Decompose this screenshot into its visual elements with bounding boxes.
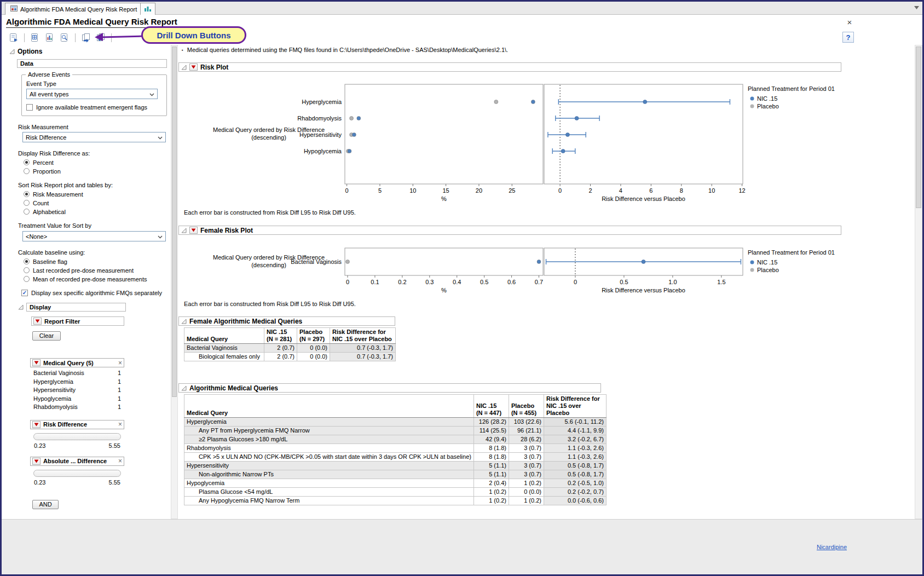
filter-item[interactable]: Hyperglycemia1: [31, 378, 123, 387]
tab-report[interactable]: Algorithmic FDA Medical Query Risk Repor…: [5, 3, 142, 15]
filter-close-icon[interactable]: ×: [118, 457, 122, 465]
radio-option[interactable]: Percent: [24, 158, 171, 166]
dataset-link[interactable]: Nicardipine: [817, 544, 847, 550]
data-section-header[interactable]: Data: [17, 59, 167, 68]
tab-chart[interactable]: [140, 3, 155, 15]
and-button[interactable]: AND: [32, 500, 59, 509]
radio-option[interactable]: Risk Measurement: [24, 190, 171, 198]
radio-button[interactable]: [24, 267, 30, 273]
filter-close-icon[interactable]: ×: [118, 421, 122, 428]
help-button[interactable]: ?: [842, 32, 854, 43]
clear-button[interactable]: Clear: [32, 331, 61, 341]
data-point[interactable]: [537, 260, 541, 264]
disclosure-triangle-icon[interactable]: [181, 319, 187, 324]
data-point[interactable]: [561, 149, 565, 153]
red-triangle-menu-icon[interactable]: [32, 421, 41, 428]
script-icon[interactable]: [58, 32, 71, 44]
filter-header[interactable]: Risk Difference×: [30, 420, 124, 429]
category-label: Hypoglycemia: [304, 148, 342, 154]
filter-close-icon[interactable]: ×: [118, 359, 122, 367]
filter-header[interactable]: Absolute ... Difference×: [30, 457, 124, 466]
red-triangle-menu-icon[interactable]: [189, 227, 198, 234]
disclosure-triangle-icon[interactable]: [181, 385, 187, 391]
data-point[interactable]: [345, 260, 349, 264]
table-row[interactable]: Rhabdomyolysis8 (1.8)3 (0.7)1.1 (-0.3, 2…: [184, 444, 607, 453]
scrollbar-thumb[interactable]: [172, 47, 177, 397]
table-row[interactable]: Biological females only2 (0.7)0 (0.0)0.7…: [184, 353, 396, 361]
range-slider-track[interactable]: [33, 433, 121, 440]
disclosure-triangle-icon[interactable]: [9, 49, 15, 54]
red-triangle-menu-icon[interactable]: [33, 318, 42, 325]
sidebar-vertical-scrollbar[interactable]: [171, 45, 178, 519]
disclosure-triangle-icon[interactable]: [181, 228, 187, 233]
radio-button[interactable]: [24, 191, 30, 197]
report-filter-header[interactable]: Report Filter: [31, 316, 124, 326]
table-row[interactable]: Hypersensitivity5 (1.1)3 (0.7)0.5 (-0.8,…: [184, 462, 607, 470]
table-row[interactable]: Any PT from Hyperglycemia FMQ Narrow114 …: [184, 427, 607, 435]
table-row[interactable]: Any Hypoglycemia FMQ Narrow Term1 (0.2)1…: [184, 497, 607, 505]
close-icon[interactable]: ×: [845, 17, 854, 27]
radio-option[interactable]: Count: [24, 199, 171, 207]
filter-item-label: Bacterial Vaginosis: [33, 370, 84, 378]
filter-item[interactable]: Hypersensitivity1: [31, 387, 123, 395]
drill-down-icon-1[interactable]: [79, 32, 93, 44]
filter-item[interactable]: Bacterial Vaginosis1: [31, 370, 123, 378]
filter-header[interactable]: Medical Query (5)×: [30, 358, 124, 367]
red-triangle-menu-icon[interactable]: [189, 64, 198, 71]
sex-specific-checkbox[interactable]: ✓: [21, 290, 28, 296]
radio-option[interactable]: Mean of recorded pre-dose measurements: [24, 275, 171, 283]
data-point[interactable]: [531, 100, 535, 104]
table-row[interactable]: CPK >5 x ULN AND NO (CPK-MB/CPK >0.05 wi…: [184, 453, 607, 462]
table-row[interactable]: Plasma Glucose <54 mg/dL1 (0.2)0 (0.0)0.…: [184, 488, 607, 497]
radio-button[interactable]: [24, 168, 30, 174]
radio-option[interactable]: Baseline flag: [24, 257, 171, 266]
range-slider-track[interactable]: [33, 470, 121, 477]
display-section-header[interactable]: Display: [26, 303, 126, 312]
radio-option[interactable]: Alphabetical: [24, 208, 171, 216]
radio-button[interactable]: [24, 276, 30, 282]
data-point[interactable]: [357, 117, 361, 120]
scrollbar-thumb[interactable]: [916, 47, 921, 208]
radio-option[interactable]: Last recorded pre-dose measurement: [24, 266, 171, 274]
data-table-icon[interactable]: [43, 32, 56, 44]
data-point[interactable]: [352, 133, 356, 137]
table-row[interactable]: Hyperglycemia126 (28.2)103 (22.6)5.6 (-0…: [184, 418, 607, 427]
table-row[interactable]: ≥2 Plasma Glucoses >180 mg/dL42 (9.4)28 …: [184, 435, 607, 444]
data-point[interactable]: [642, 260, 645, 264]
table-row[interactable]: Hypoglycemia2 (0.4)1 (0.2)0.2 (-0.5, 1.0…: [184, 479, 607, 488]
main-vertical-scrollbar[interactable]: [915, 45, 922, 519]
risk-plot-chart[interactable]: Medical Query ordered by Risk Difference…: [178, 80, 846, 208]
value-cell: 103 (22.6): [509, 418, 544, 427]
red-triangle-menu-icon[interactable]: [32, 359, 41, 366]
ignore-flags-option[interactable]: Ignore available treatment emergent flag…: [26, 104, 162, 111]
disclosure-triangle-icon[interactable]: [18, 304, 24, 310]
table-row[interactable]: Non-algorithmic Narrow PTs5 (1.1)3 (0.7)…: [184, 470, 607, 479]
bar-chart-icon: [144, 5, 152, 13]
data-point[interactable]: [565, 133, 569, 137]
treatment-sort-dropdown[interactable]: <None>: [22, 231, 166, 241]
data-point[interactable]: [494, 100, 498, 104]
value-cell: 8 (1.8): [473, 444, 509, 453]
female-risk-plot-chart[interactable]: Medical Query ordered by Risk Difference…: [178, 244, 846, 299]
journal-icon[interactable]: [28, 32, 42, 44]
radio-button[interactable]: [24, 159, 30, 165]
disclosure-triangle-icon[interactable]: [181, 65, 187, 70]
event-type-dropdown[interactable]: All event types: [26, 89, 158, 99]
data-point[interactable]: [350, 117, 354, 120]
sex-specific-option[interactable]: ✓ Display sex specific algorithmic FMQs …: [21, 290, 171, 296]
table-row[interactable]: Bacterial Vaginosis2 (0.7)0 (0.0)0.7 (-0…: [184, 344, 396, 353]
red-triangle-menu-icon[interactable]: [32, 458, 41, 465]
filter-item[interactable]: Hypoglycemia1: [31, 395, 123, 404]
radio-option[interactable]: Proportion: [24, 167, 171, 175]
radio-button[interactable]: [24, 258, 30, 264]
ignore-flags-checkbox[interactable]: [26, 104, 33, 111]
tab-scroll-arrow-icon[interactable]: [913, 4, 920, 11]
data-point[interactable]: [575, 117, 579, 120]
risk-measurement-dropdown[interactable]: Risk Difference: [22, 132, 166, 142]
open-report-icon[interactable]: [7, 32, 20, 44]
filter-item[interactable]: Rhabdomyolysis1: [31, 404, 123, 412]
radio-button[interactable]: [24, 209, 30, 215]
data-point[interactable]: [348, 149, 351, 153]
radio-button[interactable]: [24, 200, 30, 206]
data-point[interactable]: [643, 100, 647, 104]
